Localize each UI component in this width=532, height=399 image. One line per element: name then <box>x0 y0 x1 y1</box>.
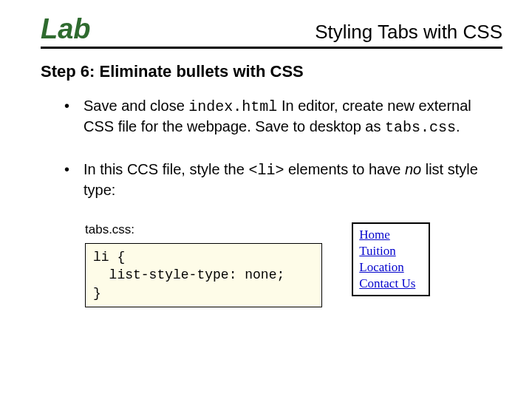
links-preview-box: Home Tuition Location Contact Us <box>352 222 430 296</box>
text: Save and close <box>83 98 188 114</box>
preview-link: Home <box>359 227 415 243</box>
preview-link: Location <box>359 259 415 276</box>
preview-link: Tuition <box>359 243 415 259</box>
em-text: no <box>405 161 421 177</box>
code-box: li { list-style-type: none; } <box>85 243 322 307</box>
code-label: tabs.css: <box>85 222 322 237</box>
slide-title: Styling Tabs with CSS <box>315 21 502 44</box>
text: . <box>456 118 460 134</box>
step-heading: Step 6: Eliminate bullets with CSS <box>41 62 502 81</box>
text: In this CCS file, style the <box>83 161 248 177</box>
lab-label: Lab <box>41 13 91 45</box>
slide-header: Lab Styling Tabs with CSS <box>41 13 502 49</box>
code-column: tabs.css: li { list-style-type: none; } <box>85 222 322 307</box>
code-filename: index.html <box>188 98 277 115</box>
code-filename: tabs.css <box>385 119 456 136</box>
bullet-list: Save and close index.html In editor, cre… <box>63 96 502 200</box>
bullet-item-1: Save and close index.html In editor, cre… <box>63 96 502 137</box>
text: elements to have <box>284 161 404 177</box>
preview-link: Contact Us <box>359 276 415 292</box>
code-tag: <li> <box>248 162 284 179</box>
bullet-item-2: In this CCS file, style the <li> element… <box>63 160 502 200</box>
